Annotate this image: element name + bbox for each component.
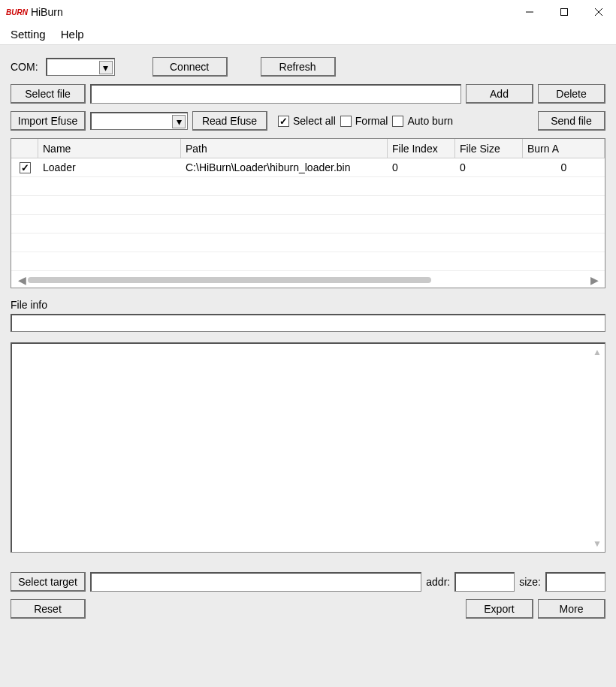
maximize-button[interactable]	[547, 0, 581, 24]
com-label: COM:	[11, 61, 38, 73]
formal-label: Formal	[355, 115, 388, 127]
formal-checkbox[interactable]	[340, 116, 352, 127]
scroll-up-icon[interactable]: ▲	[593, 347, 602, 357]
table-row-empty	[11, 177, 605, 196]
row-checkbox[interactable]	[20, 162, 31, 173]
add-button[interactable]: Add	[466, 84, 533, 104]
content-area: COM: ▾ Connect Refresh Select file Add D…	[0, 45, 616, 687]
select-target-button[interactable]: Select target	[11, 572, 86, 592]
read-efuse-button[interactable]: Read Efuse	[192, 111, 267, 131]
svg-rect-1	[561, 9, 568, 16]
cell-file-size: 0	[455, 158, 523, 176]
cell-path: C:\HiBurn\Loader\hiburn_loader.bin	[181, 158, 388, 176]
horizontal-scrollbar[interactable]: ◀ ▶	[16, 274, 600, 286]
scroll-left-icon[interactable]: ◀	[16, 274, 28, 286]
table-row-empty	[11, 252, 605, 271]
cell-name: Loader	[38, 158, 181, 176]
table-row-empty	[11, 234, 605, 252]
close-button[interactable]	[581, 0, 616, 24]
th-check[interactable]	[11, 139, 38, 158]
size-input[interactable]	[545, 572, 605, 592]
size-label: size:	[519, 576, 541, 588]
app-logo-text: BURN	[6, 8, 28, 17]
menu-bar: Setting Help	[0, 24, 616, 45]
more-button[interactable]: More	[538, 599, 605, 619]
table-row-empty	[11, 196, 605, 215]
reset-button[interactable]: Reset	[11, 599, 86, 619]
th-burn-a[interactable]: Burn A	[523, 139, 605, 158]
connect-button[interactable]: Connect	[152, 57, 228, 77]
title-bar: BURN HiBurn	[0, 0, 616, 24]
menu-setting[interactable]: Setting	[3, 25, 53, 44]
auto-burn-checkbox[interactable]	[392, 116, 403, 127]
com-select[interactable]: ▾	[46, 58, 115, 76]
export-button[interactable]: Export	[466, 599, 533, 619]
delete-button[interactable]: Delete	[538, 84, 605, 104]
file-table: Name Path File Index File Size Burn A Lo…	[11, 138, 605, 288]
table-row[interactable]: Loader C:\HiBurn\Loader\hiburn_loader.bi…	[11, 158, 605, 177]
import-efuse-button[interactable]: Import Efuse	[11, 111, 86, 131]
th-path[interactable]: Path	[181, 139, 388, 158]
cell-file-index: 0	[388, 158, 455, 176]
select-all-label: Select all	[293, 115, 336, 127]
efuse-select[interactable]: ▾	[90, 112, 188, 130]
th-file-size[interactable]: File Size	[455, 139, 523, 158]
addr-label: addr:	[426, 576, 450, 588]
file-info-label: File info	[11, 299, 605, 311]
send-file-button[interactable]: Send file	[538, 111, 605, 131]
chevron-down-icon: ▾	[172, 115, 186, 128]
th-file-index[interactable]: File Index	[388, 139, 455, 158]
scroll-right-icon[interactable]: ▶	[588, 274, 600, 286]
minimize-button[interactable]	[512, 0, 547, 24]
table-row-empty	[11, 215, 605, 234]
addr-input[interactable]	[454, 572, 515, 592]
menu-help[interactable]: Help	[53, 25, 92, 44]
chevron-down-icon: ▾	[99, 61, 113, 74]
cell-burn-a: 0	[523, 158, 605, 176]
scrollbar-thumb[interactable]	[28, 277, 431, 283]
log-output[interactable]: ▲ ▼	[11, 342, 605, 553]
scroll-down-icon[interactable]: ▼	[593, 538, 602, 549]
select-all-checkbox[interactable]	[278, 116, 289, 127]
window-title: HiBurn	[31, 6, 63, 18]
target-path-input[interactable]	[90, 572, 421, 592]
auto-burn-label: Auto burn	[407, 115, 453, 127]
file-path-input[interactable]	[90, 84, 461, 104]
file-info-box	[11, 314, 605, 332]
th-name[interactable]: Name	[38, 139, 181, 158]
refresh-button[interactable]: Refresh	[261, 57, 336, 77]
select-file-button[interactable]: Select file	[11, 84, 86, 104]
